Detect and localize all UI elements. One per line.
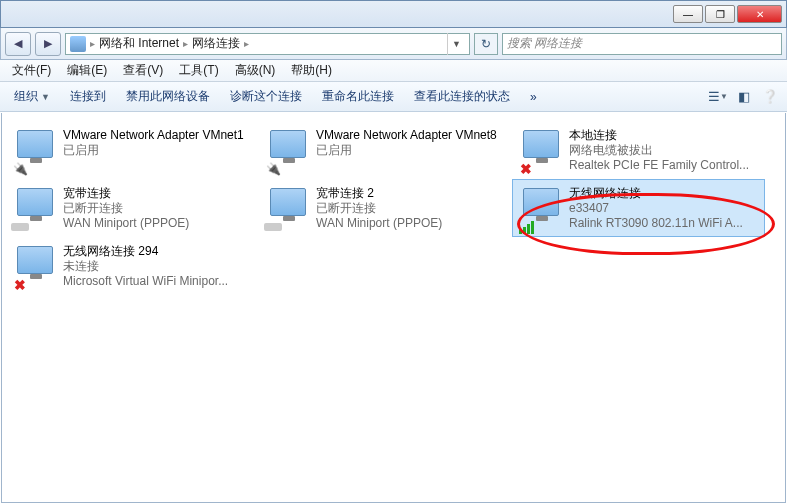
maximize-button[interactable]: ❐: [705, 5, 735, 23]
address-bar[interactable]: ▸ 网络和 Internet ▸ 网络连接 ▸ ▼: [65, 33, 470, 55]
breadcrumb-network-connections[interactable]: 网络连接: [192, 35, 240, 52]
connect-to-button[interactable]: 连接到: [62, 85, 114, 108]
error-x-icon: ✖: [517, 162, 535, 176]
wifi-signal-icon: [517, 220, 535, 234]
menu-help[interactable]: 帮助(H): [283, 60, 340, 81]
connection-status: 未连接: [63, 259, 228, 274]
chevron-right-icon: ▸: [183, 38, 188, 49]
connection-status: 已启用: [316, 143, 497, 158]
modem-icon: [264, 220, 282, 234]
search-input[interactable]: 搜索 网络连接: [502, 33, 782, 55]
connection-text: 无线网络连接 294未连接Microsoft Virtual WiFi Mini…: [63, 244, 228, 289]
connection-status: e33407: [569, 201, 743, 216]
modem-icon: [11, 220, 29, 234]
network-adapter-icon: [11, 186, 59, 234]
view-status-button[interactable]: 查看此连接的状态: [406, 85, 518, 108]
plug-icon: 🔌: [11, 162, 29, 176]
connection-item[interactable]: 宽带连接 2已断开连接WAN Miniport (PPPOE): [259, 179, 512, 237]
connection-device: Microsoft Virtual WiFi Minipor...: [63, 274, 228, 289]
connection-title: 宽带连接: [63, 186, 189, 201]
connection-status: 已断开连接: [63, 201, 189, 216]
menu-file[interactable]: 文件(F): [4, 60, 59, 81]
view-options-icon[interactable]: ☰▼: [707, 86, 729, 108]
connection-device: WAN Miniport (PPPOE): [63, 216, 189, 231]
connection-status: 已启用: [63, 143, 244, 158]
connection-device: Realtek PCIe FE Family Control...: [569, 158, 749, 173]
connection-title: VMware Network Adapter VMnet1: [63, 128, 244, 143]
command-bar: 组织▼ 连接到 禁用此网络设备 诊断这个连接 重命名此连接 查看此连接的状态 »…: [0, 82, 787, 112]
network-adapter-icon: [264, 186, 312, 234]
network-adapter-icon: 🔌: [11, 128, 59, 176]
preview-pane-icon[interactable]: ◧: [733, 86, 755, 108]
connection-title: 无线网络连接: [569, 186, 743, 201]
menu-view[interactable]: 查看(V): [115, 60, 171, 81]
connection-item[interactable]: 无线网络连接e33407Ralink RT3090 802.11n WiFi A…: [512, 179, 765, 237]
chevron-right-icon: ▸: [90, 38, 95, 49]
menu-tools[interactable]: 工具(T): [171, 60, 226, 81]
connection-item[interactable]: 宽带连接已断开连接WAN Miniport (PPPOE): [6, 179, 259, 237]
connection-title: VMware Network Adapter VMnet8: [316, 128, 497, 143]
close-button[interactable]: ✕: [737, 5, 782, 23]
connection-item[interactable]: 🔌VMware Network Adapter VMnet8已启用: [259, 121, 512, 179]
connection-text: 宽带连接 2已断开连接WAN Miniport (PPPOE): [316, 186, 442, 231]
address-dropdown[interactable]: ▼: [447, 33, 465, 55]
menu-advanced[interactable]: 高级(N): [227, 60, 284, 81]
error-x-icon: ✖: [11, 278, 29, 292]
plug-icon: 🔌: [264, 162, 282, 176]
organize-button[interactable]: 组织▼: [6, 85, 58, 108]
connection-text: 无线网络连接e33407Ralink RT3090 802.11n WiFi A…: [569, 186, 743, 231]
connection-item[interactable]: 🔌VMware Network Adapter VMnet1已启用: [6, 121, 259, 179]
connection-text: 本地连接网络电缆被拔出Realtek PCIe FE Family Contro…: [569, 128, 749, 173]
back-button[interactable]: ◀: [5, 32, 31, 56]
connection-text: VMware Network Adapter VMnet8已启用: [316, 128, 497, 158]
breadcrumb-network-internet[interactable]: 网络和 Internet: [99, 35, 179, 52]
connection-status: 已断开连接: [316, 201, 442, 216]
minimize-button[interactable]: —: [673, 5, 703, 23]
connection-text: 宽带连接已断开连接WAN Miniport (PPPOE): [63, 186, 189, 231]
connection-title: 宽带连接 2: [316, 186, 442, 201]
navigation-bar: ◀ ▶ ▸ 网络和 Internet ▸ 网络连接 ▸ ▼ ↻ 搜索 网络连接: [0, 28, 787, 60]
menu-bar: 文件(F) 编辑(E) 查看(V) 工具(T) 高级(N) 帮助(H): [0, 60, 787, 82]
connection-text: VMware Network Adapter VMnet1已启用: [63, 128, 244, 158]
menu-edit[interactable]: 编辑(E): [59, 60, 115, 81]
chevron-right-icon: ▸: [244, 38, 249, 49]
rename-button[interactable]: 重命名此连接: [314, 85, 402, 108]
network-adapter-icon: [517, 186, 565, 234]
refresh-button[interactable]: ↻: [474, 33, 498, 55]
connection-status: 网络电缆被拔出: [569, 143, 749, 158]
folder-icon: [70, 36, 86, 52]
help-icon[interactable]: ❔: [759, 86, 781, 108]
network-adapter-icon: ✖: [11, 244, 59, 292]
connection-title: 本地连接: [569, 128, 749, 143]
titlebar: — ❐ ✕: [0, 0, 787, 28]
network-adapter-icon: ✖: [517, 128, 565, 176]
disable-device-button[interactable]: 禁用此网络设备: [118, 85, 218, 108]
connection-device: WAN Miniport (PPPOE): [316, 216, 442, 231]
network-adapter-icon: 🔌: [264, 128, 312, 176]
forward-button[interactable]: ▶: [35, 32, 61, 56]
connection-title: 无线网络连接 294: [63, 244, 228, 259]
connection-item[interactable]: ✖本地连接网络电缆被拔出Realtek PCIe FE Family Contr…: [512, 121, 765, 179]
content-area: 🔌VMware Network Adapter VMnet1已启用🔌VMware…: [1, 113, 786, 503]
diagnose-button[interactable]: 诊断这个连接: [222, 85, 310, 108]
connection-item[interactable]: ✖无线网络连接 294未连接Microsoft Virtual WiFi Min…: [6, 237, 259, 295]
connection-device: Ralink RT3090 802.11n WiFi A...: [569, 216, 743, 231]
more-commands-button[interactable]: »: [522, 87, 545, 107]
